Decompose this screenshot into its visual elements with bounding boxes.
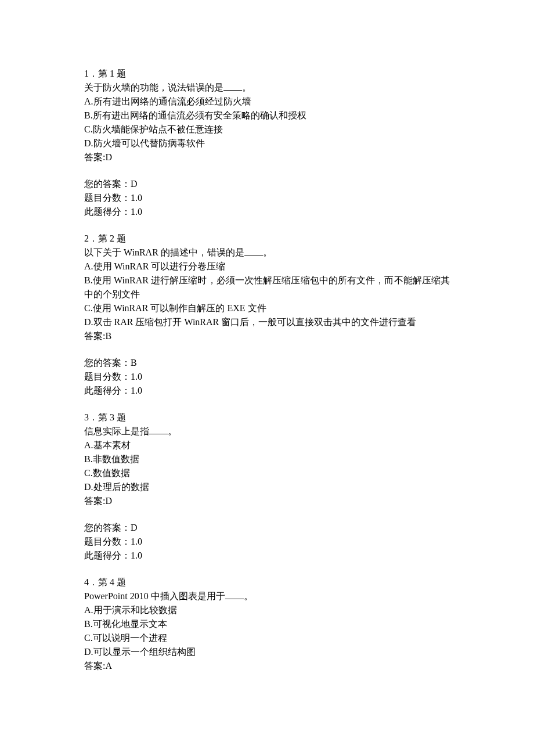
correct-answer: 答案:D xyxy=(84,494,450,508)
question-stem: 信息实际上是指。 xyxy=(84,424,450,438)
correct-answer: 答案:D xyxy=(84,150,450,164)
user-answer: 您的答案：B xyxy=(84,356,450,370)
correct-answer: 答案:B xyxy=(84,329,450,343)
option-b: B.使用 WinRAR 进行解压缩时，必须一次性解压缩压缩包中的所有文件，而不能… xyxy=(84,273,450,301)
total-score: 题目分数：1.0 xyxy=(84,191,450,205)
option-a: A.使用 WinRAR 可以进行分卷压缩 xyxy=(84,260,450,273)
option-b: B.可视化地显示文本 xyxy=(84,617,450,631)
option-d: D.可以显示一个组织结构图 xyxy=(84,645,450,659)
score-block: 您的答案：D 题目分数：1.0 此题得分：1.0 xyxy=(84,177,450,219)
question-stem: 以下关于 WinRAR 的描述中，错误的是。 xyxy=(84,246,450,260)
fill-blank xyxy=(244,255,263,255)
option-c: C.可以说明一个进程 xyxy=(84,631,450,645)
question-block: 2．第 2 题 以下关于 WinRAR 的描述中，错误的是。 A.使用 WinR… xyxy=(84,232,450,343)
option-a: A.用于演示和比较数据 xyxy=(84,603,450,617)
option-a: A.所有进出网络的通信流必须经过防火墙 xyxy=(84,95,450,109)
question-stem: PowerPoint 2010 中插入图表是用于。 xyxy=(84,589,450,603)
question-number: 1．第 1 题 xyxy=(84,67,450,81)
total-score: 题目分数：1.0 xyxy=(84,535,450,549)
question-number: 2．第 2 题 xyxy=(84,232,450,246)
user-answer: 您的答案：D xyxy=(84,521,450,535)
question-block: 1．第 1 题 关于防火墙的功能，说法错误的是。 A.所有进出网络的通信流必须经… xyxy=(84,67,450,164)
stem-suffix: 。 xyxy=(244,591,253,601)
score-block: 您的答案：D 题目分数：1.0 此题得分：1.0 xyxy=(84,521,450,563)
option-c: C.使用 WinRAR 可以制作自解压的 EXE 文件 xyxy=(84,301,450,315)
option-d: D.处理后的数据 xyxy=(84,480,450,494)
option-c: C.防火墙能保护站点不被任意连接 xyxy=(84,123,450,136)
earned-score: 此题得分：1.0 xyxy=(84,549,450,563)
earned-score: 此题得分：1.0 xyxy=(84,205,450,219)
stem-prefix: 以下关于 WinRAR 的描述中，错误的是 xyxy=(84,247,244,257)
correct-answer: 答案:A xyxy=(84,659,450,673)
fill-blank xyxy=(149,434,168,434)
question-number: 4．第 4 题 xyxy=(84,575,450,589)
total-score: 题目分数：1.0 xyxy=(84,370,450,384)
fill-blank xyxy=(223,90,242,91)
option-a: A.基本素材 xyxy=(84,438,450,452)
user-answer: 您的答案：D xyxy=(84,177,450,191)
question-stem: 关于防火墙的功能，说法错误的是。 xyxy=(84,81,450,95)
score-block: 您的答案：B 题目分数：1.0 此题得分：1.0 xyxy=(84,356,450,398)
earned-score: 此题得分：1.0 xyxy=(84,384,450,398)
question-block: 3．第 3 题 信息实际上是指。 A.基本素材 B.非数值数据 C.数值数据 D… xyxy=(84,411,450,508)
fill-blank xyxy=(225,599,244,599)
stem-suffix: 。 xyxy=(168,426,177,436)
stem-suffix: 。 xyxy=(242,82,251,92)
option-b: B.非数值数据 xyxy=(84,452,450,466)
stem-suffix: 。 xyxy=(263,247,272,257)
question-block: 4．第 4 题 PowerPoint 2010 中插入图表是用于。 A.用于演示… xyxy=(84,575,450,673)
stem-prefix: 关于防火墙的功能，说法错误的是 xyxy=(84,82,223,92)
option-d: D.双击 RAR 压缩包打开 WinRAR 窗口后，一般可以直接双击其中的文件进… xyxy=(84,315,450,329)
stem-prefix: PowerPoint 2010 中插入图表是用于 xyxy=(84,591,225,601)
question-number: 3．第 3 题 xyxy=(84,411,450,424)
stem-prefix: 信息实际上是指 xyxy=(84,426,149,436)
option-d: D.防火墙可以代替防病毒软件 xyxy=(84,136,450,150)
option-b: B.所有进出网络的通信流必须有安全策略的确认和授权 xyxy=(84,109,450,123)
option-c: C.数值数据 xyxy=(84,466,450,480)
